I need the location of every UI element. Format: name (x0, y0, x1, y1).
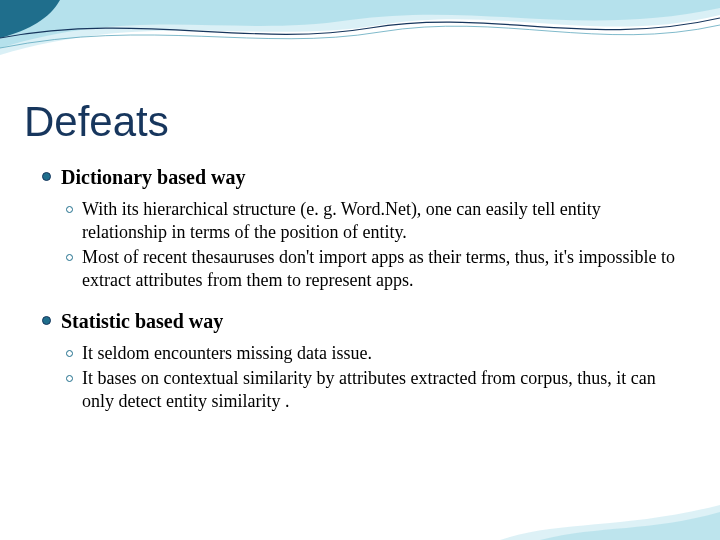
bullet-icon (66, 254, 73, 261)
section-heading: Dictionary based way (42, 164, 680, 190)
list-item: With its hierarchical structure (e. g. W… (66, 198, 680, 244)
list-item: It seldom encounters missing data issue. (66, 342, 680, 365)
bottom-wave-decoration (0, 500, 720, 540)
bullet-icon (42, 316, 51, 325)
sub-list: It seldom encounters missing data issue.… (42, 338, 680, 429)
bullet-icon (66, 206, 73, 213)
bullet-icon (66, 350, 73, 357)
list-item-text: With its hierarchical structure (e. g. W… (82, 198, 680, 244)
list-item: Most of recent thesauruses don't import … (66, 246, 680, 292)
bullet-list: Dictionary based way With its hierarchic… (0, 146, 720, 429)
section-heading: Statistic based way (42, 308, 680, 334)
section-heading-text: Statistic based way (61, 308, 223, 334)
bullet-icon (42, 172, 51, 181)
slide-title: Defeats (0, 0, 720, 146)
bullet-icon (66, 375, 73, 382)
section-heading-text: Dictionary based way (61, 164, 245, 190)
list-item: It bases on contextual similarity by att… (66, 367, 680, 413)
list-item-text: It seldom encounters missing data issue. (82, 342, 372, 365)
list-item-text: It bases on contextual similarity by att… (82, 367, 680, 413)
list-item-text: Most of recent thesauruses don't import … (82, 246, 680, 292)
sub-list: With its hierarchical structure (e. g. W… (42, 194, 680, 308)
